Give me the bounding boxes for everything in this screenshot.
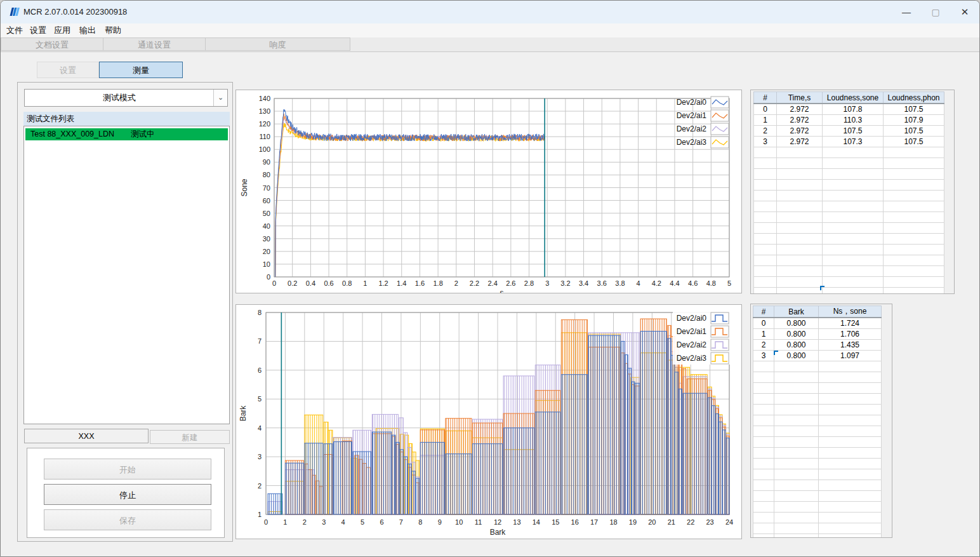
table-cell[interactable] xyxy=(754,158,777,169)
table-row[interactable]: 02.972107.8107.5 xyxy=(754,104,944,115)
table-cell[interactable] xyxy=(819,448,882,459)
table-row-empty[interactable] xyxy=(753,534,882,539)
column-header[interactable]: Loudness,phon xyxy=(884,92,944,104)
table-cell[interactable] xyxy=(823,245,884,255)
table-row-empty[interactable] xyxy=(754,180,944,191)
table-cell[interactable] xyxy=(777,169,823,180)
table-cell[interactable] xyxy=(774,534,819,539)
table-cell[interactable] xyxy=(753,415,774,426)
test-file-list[interactable]: Test 88_XXX_009_LDN测试中 xyxy=(23,126,230,424)
table-cell[interactable] xyxy=(753,426,774,437)
table-row-empty[interactable] xyxy=(754,245,944,255)
table-cell[interactable] xyxy=(753,448,774,459)
table-cell[interactable] xyxy=(753,523,774,534)
table-cell[interactable] xyxy=(754,201,777,212)
table-row-empty[interactable] xyxy=(754,212,944,223)
table-row-empty[interactable] xyxy=(753,448,882,459)
table-row[interactable]: 32.972107.3107.5 xyxy=(754,137,944,147)
table-cell[interactable] xyxy=(777,201,823,212)
table-cell[interactable]: 0.800 xyxy=(774,329,819,340)
table-cell[interactable] xyxy=(819,372,882,383)
table-row-empty[interactable] xyxy=(754,255,944,266)
table-row[interactable]: 20.8001.435 xyxy=(753,340,882,351)
maximize-button[interactable]: ▢ xyxy=(921,1,950,23)
table-row-empty[interactable] xyxy=(753,437,882,448)
table-row-empty[interactable] xyxy=(754,169,944,180)
column-header[interactable]: # xyxy=(754,92,777,104)
table-cell[interactable] xyxy=(774,523,819,534)
table-cell[interactable] xyxy=(754,277,777,288)
table-cell[interactable] xyxy=(774,405,819,415)
table-cell[interactable] xyxy=(819,394,882,405)
table-cell[interactable]: 3 xyxy=(753,351,774,361)
table-cell[interactable]: 3 xyxy=(754,137,777,147)
table-cell[interactable] xyxy=(753,437,774,448)
table-cell[interactable] xyxy=(753,394,774,405)
minimize-button[interactable]: — xyxy=(892,1,921,23)
settings-subtab-button[interactable]: 设置 xyxy=(37,62,99,78)
table-cell[interactable] xyxy=(884,255,944,266)
table-row-empty[interactable] xyxy=(754,158,944,169)
table-row-empty[interactable] xyxy=(754,191,944,201)
table-row-empty[interactable] xyxy=(754,201,944,212)
table-cell[interactable] xyxy=(819,502,882,513)
table-cell[interactable] xyxy=(777,245,823,255)
table-cell[interactable] xyxy=(753,405,774,415)
table-cell[interactable] xyxy=(823,191,884,201)
table-cell[interactable]: 1 xyxy=(753,329,774,340)
table-cell[interactable] xyxy=(823,201,884,212)
table-cell[interactable] xyxy=(823,158,884,169)
table-cell[interactable]: 107.5 xyxy=(884,104,944,115)
table-cell[interactable] xyxy=(777,212,823,223)
stop-button[interactable]: 停止 xyxy=(44,484,211,505)
start-button[interactable]: 开始 xyxy=(44,459,211,480)
table-row-empty[interactable] xyxy=(753,426,882,437)
table-cell[interactable] xyxy=(823,212,884,223)
table-cell[interactable]: 2.972 xyxy=(777,137,823,147)
xxx-button[interactable]: XXX xyxy=(24,429,149,443)
table-cell[interactable] xyxy=(777,180,823,191)
table-cell[interactable] xyxy=(754,169,777,180)
table-row-empty[interactable] xyxy=(753,383,882,394)
table-cell[interactable] xyxy=(884,180,944,191)
table-cell[interactable]: 107.9 xyxy=(884,115,944,126)
table-cell[interactable] xyxy=(823,266,884,277)
column-header[interactable]: Ns，sone xyxy=(819,306,882,318)
table-cell[interactable] xyxy=(819,437,882,448)
table-cell[interactable] xyxy=(819,534,882,539)
list-item[interactable]: Test 88_XXX_009_LDN测试中 xyxy=(25,128,228,140)
tab-loudness[interactable]: 响度 xyxy=(205,37,350,51)
table-cell[interactable] xyxy=(884,266,944,277)
table-cell[interactable] xyxy=(884,147,944,158)
table-cell[interactable] xyxy=(777,234,823,245)
table-cell[interactable] xyxy=(819,459,882,469)
table-cell[interactable] xyxy=(774,513,819,523)
table-cell[interactable] xyxy=(819,361,882,372)
menu-settings[interactable]: 设置 xyxy=(29,23,47,37)
table-cell[interactable] xyxy=(753,480,774,491)
table-cell[interactable] xyxy=(823,147,884,158)
table-cell[interactable]: 107.5 xyxy=(823,126,884,137)
table-cell[interactable] xyxy=(823,288,884,295)
table-row-empty[interactable] xyxy=(753,513,882,523)
table-cell[interactable] xyxy=(774,394,819,405)
column-header[interactable]: Time,s xyxy=(777,92,823,104)
measure-subtab-button[interactable]: 测量 xyxy=(99,62,183,78)
table-cell[interactable] xyxy=(774,372,819,383)
table-cell[interactable] xyxy=(884,223,944,234)
table-cell[interactable] xyxy=(884,245,944,255)
table-cell[interactable] xyxy=(777,147,823,158)
table-cell[interactable] xyxy=(823,180,884,191)
close-button[interactable]: ✕ xyxy=(950,1,979,23)
table-row-empty[interactable] xyxy=(753,523,882,534)
table-cell[interactable]: 1.097 xyxy=(819,351,882,361)
table-cell[interactable] xyxy=(777,223,823,234)
table-cell[interactable] xyxy=(754,288,777,295)
table-cell[interactable] xyxy=(753,534,774,539)
table-cell[interactable]: 0 xyxy=(754,104,777,115)
table-cell[interactable] xyxy=(819,383,882,394)
table-cell[interactable]: 0.800 xyxy=(774,351,819,361)
table-cell[interactable] xyxy=(754,191,777,201)
table-cell[interactable] xyxy=(774,361,819,372)
table-cell[interactable] xyxy=(753,383,774,394)
